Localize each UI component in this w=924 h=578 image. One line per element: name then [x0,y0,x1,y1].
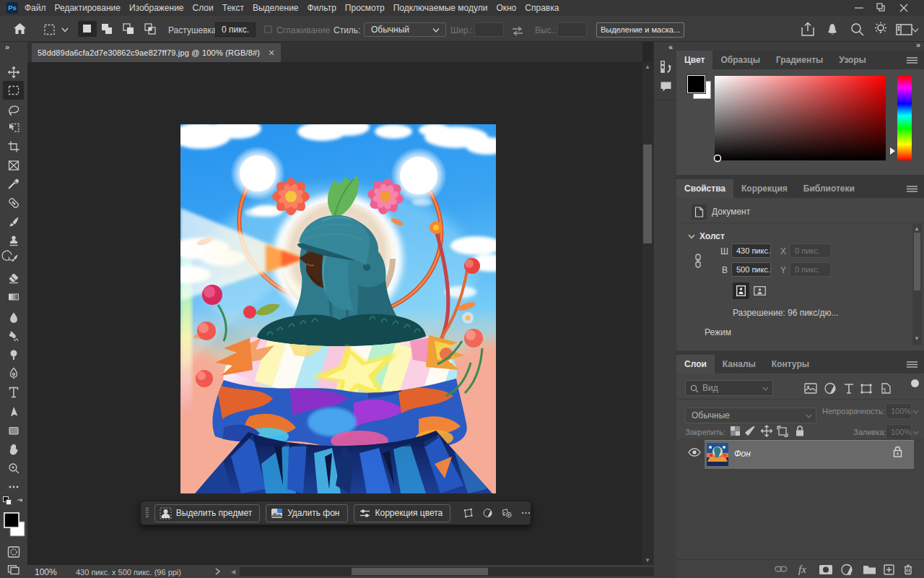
svg-text:fx: fx [798,564,806,575]
